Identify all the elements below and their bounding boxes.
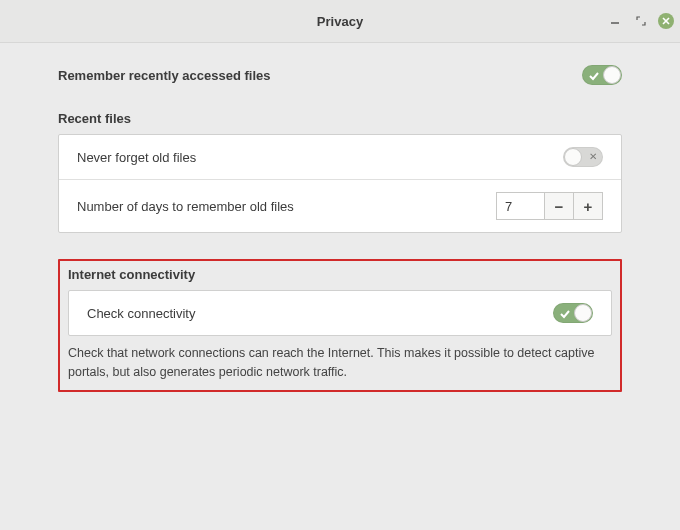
never-forget-toggle[interactable]: ✕ bbox=[563, 147, 603, 167]
recent-files-section-label: Recent files bbox=[58, 111, 622, 126]
check-connectivity-toggle[interactable] bbox=[553, 303, 593, 323]
days-row: Number of days to remember old files 7 −… bbox=[59, 179, 621, 232]
check-icon bbox=[589, 69, 599, 79]
content-area: Remember recently accessed files Recent … bbox=[0, 43, 680, 392]
internet-description: Check that network connections can reach… bbox=[68, 344, 612, 382]
x-icon: ✕ bbox=[589, 152, 597, 162]
window-minimize-button[interactable] bbox=[606, 12, 624, 30]
remember-recent-row: Remember recently accessed files bbox=[58, 65, 622, 85]
check-icon bbox=[560, 307, 570, 317]
check-connectivity-label: Check connectivity bbox=[87, 306, 195, 321]
window-close-button[interactable] bbox=[658, 13, 674, 29]
days-decrement-button[interactable]: − bbox=[544, 192, 574, 220]
maximize-icon bbox=[636, 16, 646, 26]
remember-recent-toggle[interactable] bbox=[582, 65, 622, 85]
window-title: Privacy bbox=[317, 14, 363, 29]
days-value[interactable]: 7 bbox=[496, 192, 545, 220]
recent-files-panel: Never forget old files ✕ Number of days … bbox=[58, 134, 622, 233]
plus-icon: + bbox=[584, 198, 593, 215]
close-icon bbox=[662, 17, 670, 25]
never-forget-label: Never forget old files bbox=[77, 150, 196, 165]
minimize-icon bbox=[610, 16, 620, 26]
check-connectivity-row: Check connectivity bbox=[69, 291, 611, 335]
window-maximize-button[interactable] bbox=[632, 12, 650, 30]
days-label: Number of days to remember old files bbox=[77, 199, 294, 214]
days-stepper: 7 − + bbox=[496, 192, 603, 220]
never-forget-row: Never forget old files ✕ bbox=[59, 135, 621, 179]
internet-panel: Check connectivity bbox=[68, 290, 612, 336]
internet-section-label: Internet connectivity bbox=[68, 267, 612, 282]
titlebar: Privacy bbox=[0, 0, 680, 43]
remember-recent-label: Remember recently accessed files bbox=[58, 68, 270, 83]
minus-icon: − bbox=[555, 198, 564, 215]
internet-section-highlight: Internet connectivity Check connectivity… bbox=[58, 259, 622, 392]
days-increment-button[interactable]: + bbox=[573, 192, 603, 220]
